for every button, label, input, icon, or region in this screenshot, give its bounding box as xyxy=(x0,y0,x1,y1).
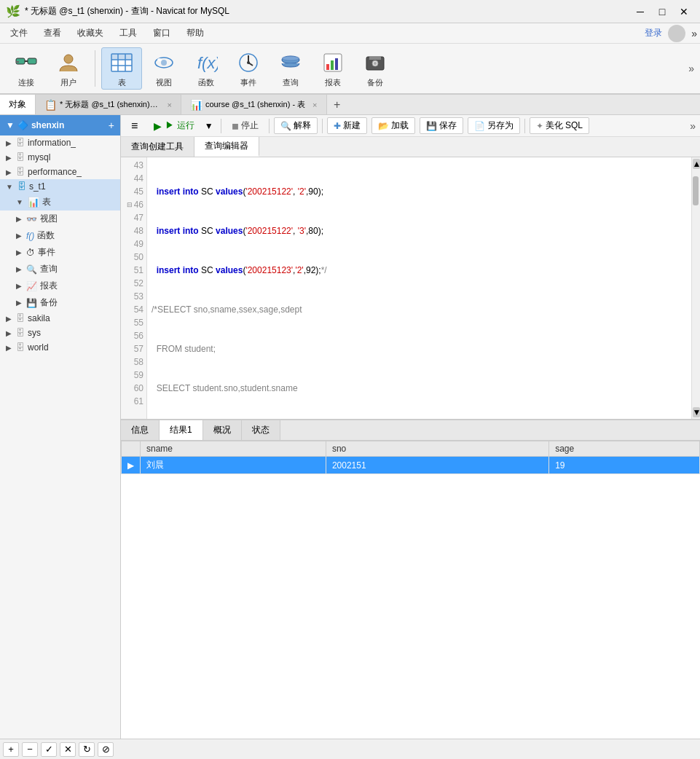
load-button[interactable]: 📂 加载 xyxy=(371,117,415,134)
sidebar-item-sys[interactable]: ▶ 🗄 sys xyxy=(0,326,120,340)
minimize-button[interactable]: ─ xyxy=(630,4,650,20)
tab-course-close[interactable]: × xyxy=(312,101,317,109)
save-as-button[interactable]: 📄 另存为 xyxy=(468,117,520,134)
sidebar-item-sakila-label: sakila xyxy=(28,313,50,323)
report-icon xyxy=(320,50,346,76)
svg-point-14 xyxy=(161,60,167,66)
refresh-button[interactable]: ↻ xyxy=(79,742,95,757)
sidebar-item-events[interactable]: ▶ ⏱ 事件 xyxy=(0,244,120,261)
new-query-button[interactable]: ✚ 新建 xyxy=(327,117,367,134)
menu-favorites[interactable]: 收藏夹 xyxy=(70,25,111,42)
sidebar-item-views[interactable]: ▶ 👓 视图 xyxy=(0,211,120,227)
backup-icon xyxy=(362,50,388,76)
toolbar-table[interactable]: 表 xyxy=(101,47,142,90)
toolbar-group-1: 连接 用户 xyxy=(6,47,89,90)
sidebar-item-mysql[interactable]: ▶ 🗄 mysql xyxy=(0,150,120,165)
sidebar-item-s_t1-label: s_t1 xyxy=(29,181,46,192)
sidebar-item-sakila[interactable]: ▶ 🗄 sakila xyxy=(0,311,120,326)
arrow-reports: ▶ xyxy=(16,282,22,290)
cell-sname-0[interactable]: 刘晨 xyxy=(141,457,326,474)
toolbar-func[interactable]: f(x) 函数 xyxy=(186,47,227,90)
sidebar-item-world[interactable]: ▶ 🗄 world xyxy=(0,340,120,355)
sidebar-item-s_t1[interactable]: ▼ 🗄 s_t1 xyxy=(0,179,120,194)
explain-button[interactable]: 🔍 解释 xyxy=(274,117,318,134)
sidebar-item-sys-label: sys xyxy=(28,328,41,338)
run-button[interactable]: ▶ ▶ 运行 xyxy=(148,118,200,133)
menu-help[interactable]: 帮助 xyxy=(179,25,211,42)
explain-label: 解释 xyxy=(294,119,311,132)
beautify-button[interactable]: ✦ 美化 SQL xyxy=(530,117,589,134)
tab-course[interactable]: 📊 course @s_t1 (shenxin) - 表 × xyxy=(181,95,327,114)
sidebar-item-queries[interactable]: ▶ 🔍 查询 xyxy=(0,261,120,278)
menu-file[interactable]: 文件 xyxy=(3,25,35,42)
toolbar-report[interactable]: 报表 xyxy=(312,47,353,90)
sidebar-item-backups[interactable]: ▶ 💾 备份 xyxy=(0,294,120,311)
menu-tools[interactable]: 工具 xyxy=(112,25,144,42)
sidebar-header-btn[interactable]: + xyxy=(109,119,114,131)
table-row[interactable]: ▶ 刘晨 2002151 19 xyxy=(122,457,700,474)
sidebar-item-performance[interactable]: ▶ 🗄 performance_ xyxy=(0,165,120,179)
cell-sno-0[interactable]: 2002151 xyxy=(326,457,548,474)
toolbar-user[interactable]: 用户 xyxy=(48,47,89,90)
toolbar-view[interactable]: 视图 xyxy=(143,47,184,90)
editor-scrollbar[interactable]: ▲ ▼ xyxy=(691,157,700,419)
save-button[interactable]: 💾 保存 xyxy=(420,117,463,134)
scrollbar-down[interactable]: ▼ xyxy=(693,407,700,417)
arrow-events: ▶ xyxy=(16,248,22,256)
run-dropdown-button[interactable]: ▼ xyxy=(202,119,216,133)
sidebar-item-reports[interactable]: ▶ 📈 报表 xyxy=(0,278,120,294)
sub-tab-editor[interactable]: 查询编辑器 xyxy=(194,137,259,157)
col-header-sage[interactable]: sage xyxy=(549,441,700,457)
line-numbers: 434445 ⊟46 4748495051 5253545556 5758596… xyxy=(121,157,147,419)
db-icon-sakila: 🗄 xyxy=(16,313,25,323)
sidebar-item-functions[interactable]: ▶ f() 函数 xyxy=(0,227,120,244)
toolbar-backup[interactable]: 备份 xyxy=(355,47,396,90)
sidebar-item-tables[interactable]: ▼ 📊 表 xyxy=(0,194,120,211)
run-button-group: ▶ ▶ 运行 ▼ xyxy=(148,118,216,133)
results-tab-result1[interactable]: 结果1 xyxy=(160,420,203,440)
query-menu-button[interactable]: ≡ xyxy=(125,118,143,134)
stop-label: 停止 xyxy=(241,119,259,132)
tab-query1[interactable]: 📋 * 无标题 @s_t1 (shenxin) - 查... × xyxy=(36,95,181,114)
tab-objects[interactable]: 对象 xyxy=(0,95,36,114)
sql-editor[interactable]: 434445 ⊟46 4748495051 5253545556 5758596… xyxy=(121,157,700,420)
sidebar-item-mysql-label: mysql xyxy=(28,152,50,162)
tab-query1-close[interactable]: × xyxy=(168,101,172,109)
sidebar-item-functions-label: 函数 xyxy=(37,229,55,242)
results-tab-status-label: 状态 xyxy=(252,424,270,436)
results-tab-info[interactable]: 信息 xyxy=(121,420,160,440)
results-tab-status[interactable]: 状态 xyxy=(242,420,280,440)
arrow-mysql: ▶ xyxy=(6,154,12,162)
query-category-icon: 🔍 xyxy=(26,264,37,275)
scrollbar-thumb[interactable] xyxy=(693,176,699,205)
add-tab-button[interactable]: + xyxy=(327,95,347,114)
sidebar-item-information[interactable]: ▶ 🗄 information_ xyxy=(0,135,120,150)
toolbar-connect[interactable]: 连接 xyxy=(6,47,47,90)
check-button[interactable]: ✓ xyxy=(41,742,57,757)
window-controls: ─ □ ✕ xyxy=(630,4,694,20)
sidebar-item-information-label: information_ xyxy=(28,138,76,148)
col-header-sno[interactable]: sno xyxy=(326,441,548,457)
cell-sage-0[interactable]: 19 xyxy=(549,457,700,474)
stop-button[interactable]: ◼ 停止 xyxy=(226,118,264,133)
menu-window[interactable]: 窗口 xyxy=(146,25,178,42)
col-header-sname[interactable]: sname xyxy=(141,441,326,457)
scrollbar-up[interactable]: ▲ xyxy=(693,159,700,169)
stop-record-button[interactable]: ⊘ xyxy=(98,742,114,757)
menu-view[interactable]: 查看 xyxy=(36,25,68,42)
sql-code[interactable]: insert into SC values('200215122', '2',9… xyxy=(147,157,691,419)
row-indicator-header xyxy=(122,441,141,457)
results-tab-overview[interactable]: 概况 xyxy=(203,420,242,440)
toolbar-query[interactable]: 查询 xyxy=(270,47,311,90)
toolbar-event[interactable]: 事件 xyxy=(228,47,269,90)
close-button[interactable]: ✕ xyxy=(674,4,694,20)
sep4 xyxy=(524,119,525,133)
add-record-button[interactable]: + xyxy=(3,742,19,757)
maximize-button[interactable]: □ xyxy=(652,4,672,20)
remove-record-button[interactable]: − xyxy=(22,742,38,757)
user-label: 用户 xyxy=(60,77,76,88)
delete-record-button[interactable]: ✕ xyxy=(60,742,76,757)
sub-tab-builder[interactable]: 查询创建工具 xyxy=(121,137,194,157)
login-text[interactable]: 登录 xyxy=(645,27,662,39)
toolbar-expand-icon[interactable]: » xyxy=(688,63,694,74)
